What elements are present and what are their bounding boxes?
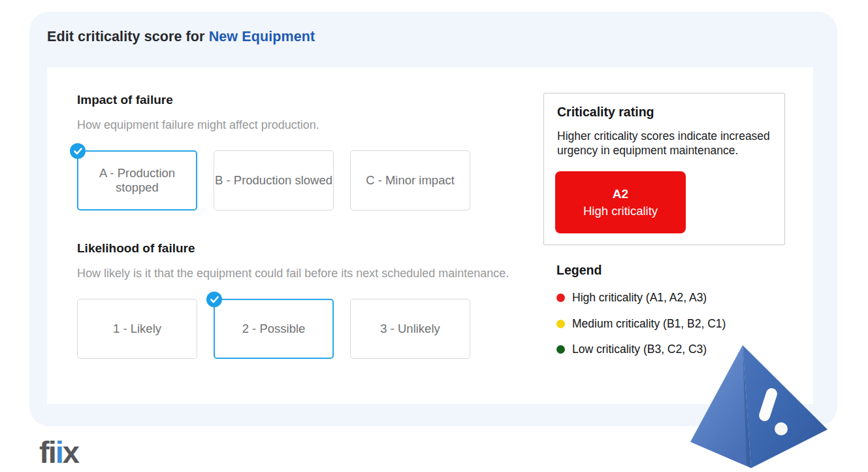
logo-gray-end: x <box>63 435 78 469</box>
impact-heading: Impact of failure <box>77 93 173 107</box>
equipment-name-link[interactable]: New Equipment <box>209 29 315 44</box>
legend-item-high: High criticality (A1, A2, A3) <box>556 291 707 305</box>
low-criticality-dot-icon <box>556 345 565 354</box>
fiix-logo: fiix <box>39 437 78 467</box>
impact-option-c[interactable]: C - Minor impact <box>350 150 470 211</box>
likelihood-heading: Likelihood of failure <box>77 241 195 256</box>
legend-item-medium-label: Medium criticality (B1, B2, C1) <box>572 317 726 331</box>
criticality-rating-heading: Criticality rating <box>557 105 654 120</box>
impact-option-b-label: B - Production slowed <box>215 173 332 188</box>
legend-item-medium: Medium criticality (B1, B2, C1) <box>556 317 726 331</box>
criticality-score: A2 <box>613 187 628 201</box>
likelihood-option-3[interactable]: 3 - Unlikely <box>350 299 470 359</box>
likelihood-option-3-label: 3 - Unlikely <box>380 322 440 336</box>
impact-option-b[interactable]: B - Production slowed <box>214 150 334 211</box>
high-criticality-dot-icon <box>556 294 565 302</box>
likelihood-option-1-label: 1 - Likely <box>113 322 161 336</box>
page: { "header": { "title_prefix": "Edit crit… <box>0 0 868 472</box>
check-icon <box>206 292 222 307</box>
impact-option-a[interactable]: A - Production stopped <box>77 150 197 211</box>
legend-item-high-label: High criticality (A1, A2, A3) <box>572 291 707 305</box>
check-icon <box>70 143 86 159</box>
page-title-text: Edit criticality score for <box>47 29 209 44</box>
legend-heading: Legend <box>556 263 602 278</box>
criticality-score-label: High criticality <box>583 204 658 218</box>
warning-pyramid-icon <box>679 340 836 472</box>
likelihood-description: How likely is it that the equipment coul… <box>77 267 509 280</box>
logo-gray-start: fi <box>39 435 56 469</box>
logo-blue-i: i <box>56 435 63 469</box>
criticality-rating-description: Higher criticality scores indicate incre… <box>557 129 774 158</box>
likelihood-option-2-label: 2 - Possible <box>242 322 306 336</box>
criticality-score-badge: A2 High criticality <box>555 171 686 233</box>
likelihood-option-1[interactable]: 1 - Likely <box>77 299 197 359</box>
impact-option-c-label: C - Minor impact <box>366 173 455 188</box>
medium-criticality-dot-icon <box>556 320 565 328</box>
criticality-rating-box: Criticality rating Higher criticality sc… <box>543 93 785 245</box>
page-title: Edit criticality score for New Equipment <box>47 29 315 45</box>
impact-description: How equipment failure might affect produ… <box>77 118 319 132</box>
impact-option-a-label: A - Production stopped <box>78 166 196 195</box>
likelihood-option-2[interactable]: 2 - Possible <box>214 299 334 359</box>
